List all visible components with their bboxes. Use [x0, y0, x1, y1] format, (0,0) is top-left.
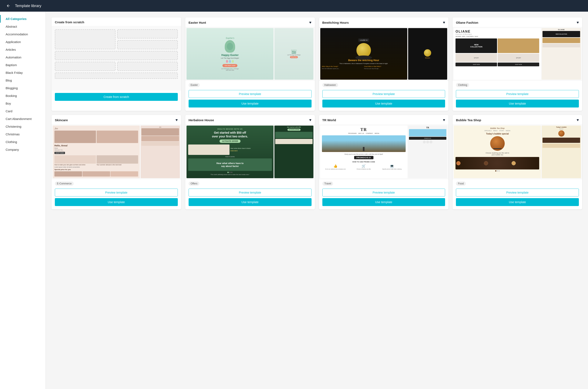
sidebar-item-booking[interactable]: Booking: [0, 92, 46, 99]
card-tag-row-oliane: Clothing: [452, 81, 582, 88]
sidebar-item-blogging[interactable]: Blogging: [0, 84, 46, 92]
card-preview-easter: Sophie's Happy Easter Let The Egg Hunt B…: [185, 27, 315, 81]
sidebar-item-black-friday[interactable]: Black Friday: [0, 69, 46, 76]
preview-template-button-oliane[interactable]: Preview template: [456, 90, 579, 98]
card-header-oliane: Oliane Fashion ♥: [452, 17, 582, 27]
card-tag-row-skincare: E-Commerce: [52, 179, 181, 187]
sidebar-item-all-categories[interactable]: All Categories: [0, 15, 46, 23]
sidebar-item-label: Articles: [6, 48, 16, 51]
card-header-easter: Easter Hunt ♥: [185, 17, 315, 27]
card-tag-row-herbalove: Offers: [185, 179, 315, 187]
template-card-easter-hunt: Easter Hunt ♥ Sophie's Happy Easter Let …: [185, 17, 315, 111]
card-tag-row-bubbletea: Food: [452, 179, 582, 187]
preview-template-button-bubbletea[interactable]: Preview template: [456, 189, 579, 196]
sidebar-item-boy[interactable]: Boy: [0, 99, 46, 107]
card-actions-skincare: Preview template Use template: [52, 187, 181, 209]
card-header-bewitching: Bewitching Hours ♥: [319, 17, 449, 27]
template-card-trworld: TR World ♥ TR PROGRAMSWHY USCOMPANYMEDIA: [319, 115, 449, 209]
back-button[interactable]: [5, 2, 12, 9]
sidebar-item-label: Accommodation: [6, 32, 28, 36]
card-tag-oliane: Clothing: [456, 83, 469, 87]
sidebar-item-blog[interactable]: Blog: [0, 76, 46, 84]
sidebar-item-cart-abandonment[interactable]: Cart Abandonment: [0, 115, 46, 123]
card-header-bubbletea: Bubble Tea Shop ♥: [452, 115, 582, 124]
card-header-trworld: TR World ♥: [319, 115, 449, 124]
card-actions-bubbletea: Preview template Use template: [452, 187, 582, 209]
card-title-bubbletea: Bubble Tea Shop: [456, 118, 481, 122]
scratch-block-1: [55, 29, 115, 49]
card-title-oliane: Oliane Fashion: [456, 21, 478, 24]
card-header-herbalove: Herbalove House ♥: [185, 115, 315, 124]
sidebar-item-label: Card: [6, 109, 12, 113]
sidebar-item-card[interactable]: Card: [0, 107, 46, 115]
heart-icon-trworld[interactable]: ♥: [443, 118, 445, 122]
sidebar-item-label: Abstract: [6, 25, 17, 28]
card-tag-row-trworld: Travel: [319, 179, 449, 187]
use-template-button-trworld[interactable]: Use template: [322, 198, 445, 206]
use-template-button-skincare[interactable]: Use template: [55, 198, 178, 206]
use-template-button-bewitching[interactable]: Use template: [322, 99, 445, 107]
scratch-block-3: [117, 40, 178, 49]
use-template-button-herbalove[interactable]: Use template: [189, 198, 311, 206]
preview-template-button-bewitching[interactable]: Preview template: [322, 90, 445, 98]
card-preview-skincare: Jim Hello, Anna! KanaSkincare For... SHO…: [52, 124, 181, 179]
template-card-herbalove: Herbalove House ♥ HEALTH BEGINS WITH US …: [185, 115, 315, 209]
scratch-block-7: [55, 72, 178, 79]
scratch-block-5: [55, 62, 115, 71]
use-template-button-easter[interactable]: Use template: [189, 99, 311, 107]
card-tag-skincare: E-Commerce: [55, 182, 74, 186]
sidebar-item-label: Baptism: [6, 63, 17, 67]
heart-icon-oliane[interactable]: ♥: [577, 20, 579, 25]
card-tag-row-easter: Easter: [185, 81, 315, 88]
card-title-herbalove: Herbalove House: [189, 118, 214, 122]
use-template-button-oliane[interactable]: Use template: [456, 99, 579, 107]
scratch-block-4: [55, 51, 178, 60]
card-preview-bubbletea: Bubble Tea Shop SPECIALSMENUSTORYMEDIA T…: [452, 124, 582, 179]
page-title: Template library: [15, 4, 41, 8]
preview-template-button-easter[interactable]: Preview template: [189, 90, 311, 98]
card-preview-bewitching: Louder ● Beware the Witching Hour This i…: [319, 27, 449, 81]
sidebar-item-abstract[interactable]: Abstract: [0, 23, 46, 30]
sidebar-item-label: Christmas: [6, 132, 20, 136]
sidebar-item-label: Booking: [6, 94, 17, 97]
heart-icon-bubbletea[interactable]: ♥: [577, 118, 579, 122]
template-card-oliane: Oliane Fashion ♥ OLIANE Fashion & Boutiq…: [452, 17, 582, 111]
card-tag-row-bewitching: Halloween: [319, 81, 449, 88]
template-card-bubbletea: Bubble Tea Shop ♥ Bubble Tea Shop SPECIA…: [452, 115, 582, 209]
sidebar-item-application[interactable]: Application: [0, 38, 46, 46]
sidebar-item-label: All Categories: [6, 17, 27, 21]
sidebar-item-automation[interactable]: Automation: [0, 53, 46, 61]
sidebar-item-label: Clothing: [6, 140, 17, 144]
heart-icon-herbalove[interactable]: ♥: [309, 118, 311, 122]
card-preview-trworld: TR PROGRAMSWHY USCOMPANYMEDIA Hurry up t…: [319, 124, 449, 179]
main-layout: All Categories Abstract Accommodation Ap…: [0, 12, 588, 389]
use-template-button-bubbletea[interactable]: Use template: [456, 198, 579, 206]
sidebar-item-clothing[interactable]: Clothing: [0, 138, 46, 146]
heart-icon-skincare[interactable]: ♥: [175, 118, 178, 122]
scratch-block-2: [117, 29, 178, 38]
card-header-skincare: Skincare ♥: [52, 115, 181, 124]
sidebar-item-label: Blog: [6, 79, 12, 82]
create-from-scratch-button[interactable]: Create from scratch: [55, 93, 178, 101]
preview-template-button-herbalove[interactable]: Preview template: [189, 189, 311, 196]
scratch-block-6: [117, 62, 178, 71]
card-title-skincare: Skincare: [55, 118, 68, 122]
sidebar-item-christening[interactable]: Christening: [0, 123, 46, 130]
preview-template-button-skincare[interactable]: Preview template: [55, 189, 178, 196]
card-actions-trworld: Preview template Use template: [319, 187, 449, 209]
card-tag-easter: Easter: [189, 83, 200, 87]
sidebar-item-christmas[interactable]: Christmas: [0, 130, 46, 138]
sidebar-item-company[interactable]: Company: [0, 146, 46, 153]
sidebar-item-articles[interactable]: Articles: [0, 46, 46, 53]
heart-icon-bewitching[interactable]: ♥: [443, 20, 445, 25]
heart-icon-easter[interactable]: ♥: [309, 20, 311, 25]
sidebar-item-baptism[interactable]: Baptism: [0, 61, 46, 69]
card-title-easter: Easter Hunt: [189, 21, 206, 24]
sidebar-item-accommodation[interactable]: Accommodation: [0, 30, 46, 38]
template-card-skincare: Skincare ♥ Jim Hello, Anna! KanaSkincare…: [52, 115, 181, 209]
header: Template library: [0, 0, 588, 12]
sidebar-item-label: Automation: [6, 56, 21, 59]
preview-template-button-trworld[interactable]: Preview template: [322, 189, 445, 196]
sidebar-item-label: Blogging: [6, 86, 18, 90]
sidebar-item-label: Cart Abandonment: [6, 117, 31, 121]
